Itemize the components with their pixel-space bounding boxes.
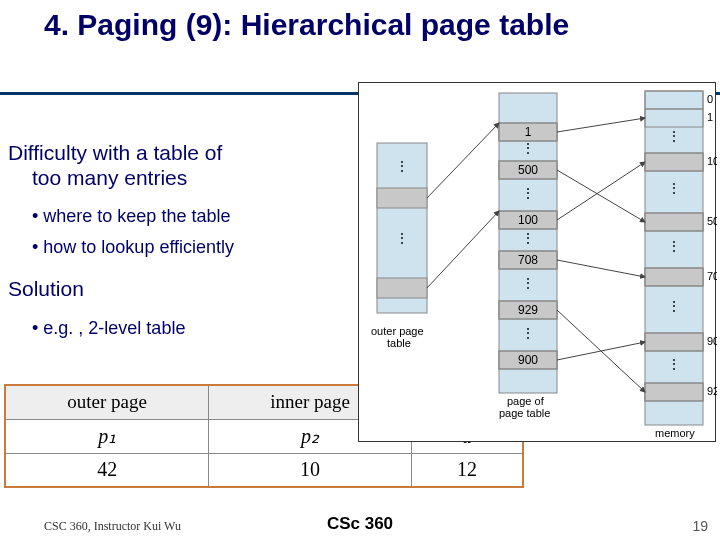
- svg-text:⋮: ⋮: [667, 128, 681, 144]
- pt-e4: 708: [518, 253, 538, 267]
- slide-title: 4. Paging (9): Hierarchical page table: [44, 8, 664, 43]
- lead-paragraph-1: Difficulty with a table of too many entr…: [8, 140, 358, 190]
- svg-rect-37: [645, 333, 703, 351]
- bits-outer: 42: [5, 453, 209, 487]
- lead-paragraph-2: Solution: [8, 276, 358, 301]
- svg-line-46: [427, 123, 499, 198]
- bullet-list-1: where to keep the table how to lookup ef…: [32, 206, 358, 258]
- svg-rect-39: [645, 383, 703, 401]
- svg-rect-33: [645, 213, 703, 231]
- mem-708: 708: [707, 270, 717, 282]
- diagram-svg: ⋮ ⋮ outer page table 1 500 100 708 929 9…: [359, 83, 717, 443]
- mem-900: 900: [707, 335, 717, 347]
- slide: 4. Paging (9): Hierarchical page table D…: [0, 0, 720, 540]
- outer-label-line1: outer page: [371, 325, 424, 337]
- svg-rect-2: [377, 188, 427, 208]
- body-text: Difficulty with a table of too many entr…: [8, 140, 358, 357]
- pt-e1: 1: [525, 125, 532, 139]
- svg-text:⋮: ⋮: [521, 140, 535, 156]
- inner-label-line2: page table: [499, 407, 550, 419]
- svg-line-53: [557, 342, 645, 360]
- inner-label-line1: page of: [507, 395, 545, 407]
- table-row-bits: 42 10 12: [5, 453, 523, 487]
- hdr-outer: outer page: [5, 385, 209, 419]
- mem-0: 0: [707, 93, 713, 105]
- svg-text:⋮: ⋮: [521, 185, 535, 201]
- svg-text:⋮: ⋮: [395, 158, 409, 174]
- svg-rect-4: [377, 278, 427, 298]
- svg-line-49: [557, 170, 645, 222]
- mem-500: 500: [707, 215, 717, 227]
- pt-e3: 100: [518, 213, 538, 227]
- svg-line-48: [557, 118, 645, 132]
- sym-p1: p₁: [5, 419, 209, 453]
- svg-rect-31: [645, 153, 703, 171]
- mem-1: 1: [707, 111, 713, 123]
- svg-text:⋮: ⋮: [667, 356, 681, 372]
- lead1-line2: too many entries: [32, 165, 358, 190]
- bits-offset: 12: [411, 453, 523, 487]
- pt-e2: 500: [518, 163, 538, 177]
- svg-text:⋮: ⋮: [521, 325, 535, 341]
- pt-e5: 929: [518, 303, 538, 317]
- footer-page-number: 19: [692, 518, 708, 534]
- lead1-line1: Difficulty with a table of: [8, 141, 222, 164]
- svg-text:⋮: ⋮: [521, 230, 535, 246]
- svg-text:⋮: ⋮: [667, 180, 681, 196]
- svg-line-50: [557, 162, 645, 220]
- svg-line-47: [427, 211, 499, 288]
- svg-rect-35: [645, 268, 703, 286]
- pt-e6: 900: [518, 353, 538, 367]
- bits-inner: 10: [209, 453, 412, 487]
- mem-100: 100: [707, 155, 717, 167]
- bullet-1-1: how to lookup efficiently: [32, 237, 358, 258]
- bullet-list-2: e.g. , 2-level table: [32, 318, 358, 339]
- footer-center: CSc 360: [0, 514, 720, 534]
- mem-929: 929: [707, 385, 717, 397]
- svg-text:⋮: ⋮: [521, 275, 535, 291]
- outer-label-line2: table: [387, 337, 411, 349]
- svg-text:⋮: ⋮: [667, 238, 681, 254]
- svg-text:⋮: ⋮: [667, 298, 681, 314]
- page-table-diagram: ⋮ ⋮ outer page table 1 500 100 708 929 9…: [358, 82, 716, 442]
- bullet-2-0: e.g. , 2-level table: [32, 318, 358, 339]
- memory-label: memory: [655, 427, 695, 439]
- bullet-1-0: where to keep the table: [32, 206, 358, 227]
- svg-text:⋮: ⋮: [395, 230, 409, 246]
- svg-line-51: [557, 260, 645, 277]
